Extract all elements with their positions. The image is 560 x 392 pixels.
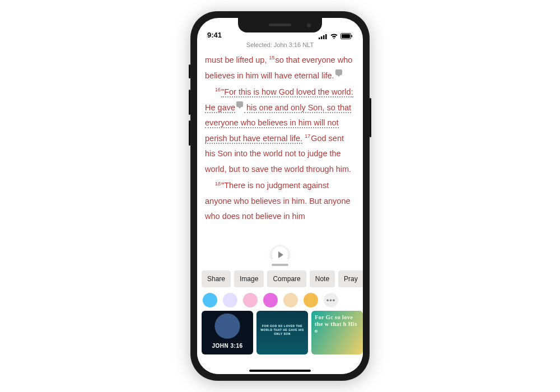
- battery-icon: [340, 33, 353, 39]
- wifi-icon: [330, 33, 338, 39]
- volume-down-button: [189, 120, 190, 146]
- card1-label: JOHN 3:16: [212, 343, 242, 349]
- more-colors-button[interactable]: •••: [324, 293, 338, 307]
- mute-switch: [189, 64, 190, 78]
- verse-num-16: 16: [215, 87, 221, 92]
- verse-18-text: "There is no judgment against anyone who…: [205, 181, 351, 221]
- action-sheet[interactable]: Share Image Compare Note Pray Bo ••• JOH…: [197, 259, 363, 374]
- verse-14-15[interactable]: must be lifted up, 15so that everyone wh…: [205, 53, 355, 83]
- speaker: [269, 24, 291, 26]
- color-swatch-tan[interactable]: [283, 293, 298, 307]
- front-camera: [307, 24, 311, 27]
- color-swatch-blue[interactable]: [203, 293, 217, 307]
- note-icon[interactable]: [335, 69, 342, 75]
- svg-rect-1: [321, 36, 323, 39]
- screen: 9:41 Selected: John 3:16 NLT must be lif…: [197, 18, 363, 374]
- verse-image-card-2[interactable]: FOR GOD SO LOVED THE WORLD THAT HE GAVE …: [256, 311, 308, 354]
- status-right: [319, 33, 353, 39]
- image-button[interactable]: Image: [234, 270, 264, 287]
- highlight-colors: •••: [197, 287, 363, 311]
- share-button[interactable]: Share: [202, 270, 231, 287]
- color-swatch-amber[interactable]: [304, 293, 318, 307]
- pray-button[interactable]: Pray: [338, 270, 363, 287]
- svg-rect-5: [342, 34, 350, 38]
- color-swatch-magenta[interactable]: [263, 293, 278, 307]
- verse-18[interactable]: 18"There is no judgment against anyone w…: [205, 178, 355, 225]
- verse-content[interactable]: must be lifted up, 15so that everyone wh…: [197, 50, 363, 274]
- status-time: 9:41: [207, 31, 222, 39]
- volume-up-button: [189, 90, 190, 115]
- notch: [238, 18, 322, 32]
- card3-text: For Gc so love the w that h His o: [315, 314, 360, 334]
- verse-16-17[interactable]: 16"For this is how God loved the world: …: [205, 85, 355, 177]
- svg-rect-2: [323, 35, 325, 39]
- svg-rect-6: [352, 35, 353, 38]
- verse-image-card-1[interactable]: JOHN 3:16: [202, 311, 253, 354]
- color-swatch-lilac[interactable]: [223, 293, 237, 307]
- selection-header: Selected: John 3:16 NLT: [197, 40, 363, 50]
- action-row: Share Image Compare Note Pray Bo: [197, 270, 363, 287]
- image-cards: JOHN 3:16 FOR GOD SO LOVED THE WORLD THA…: [197, 311, 363, 354]
- home-indicator[interactable]: [249, 370, 311, 372]
- compare-button[interactable]: Compare: [267, 270, 306, 287]
- verse-num-18: 18: [215, 181, 221, 186]
- color-swatch-pink[interactable]: [243, 293, 258, 307]
- note-icon[interactable]: [236, 101, 243, 107]
- phone-frame: 9:41 Selected: John 3:16 NLT must be lif…: [190, 11, 370, 381]
- verse-num-15: 15: [269, 55, 274, 60]
- svg-rect-3: [325, 34, 327, 39]
- note-button[interactable]: Note: [310, 270, 335, 287]
- card2-text: FOR GOD SO LOVED THE WORLD THAT HE GAVE …: [256, 324, 308, 336]
- power-button: [370, 98, 371, 137]
- svg-rect-0: [319, 38, 320, 39]
- verse-num-17: 17: [305, 133, 310, 139]
- verse-14-tail: must be lifted up,: [205, 55, 269, 64]
- verse-image-card-3[interactable]: For Gc so love the w that h His o: [311, 311, 363, 354]
- sheet-grabber[interactable]: [272, 264, 288, 266]
- cellular-icon: [319, 34, 328, 39]
